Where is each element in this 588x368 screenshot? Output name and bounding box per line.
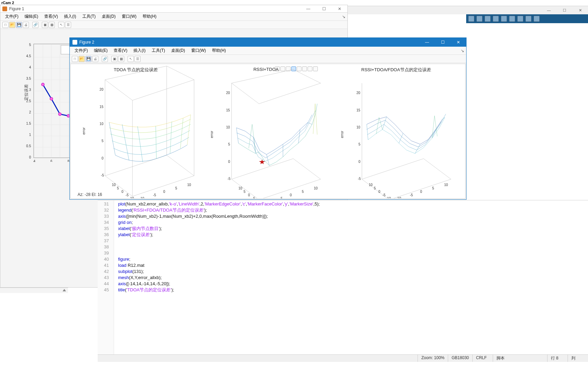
figure2-window[interactable]: Figure 2 — ☐ ✕ 文件(F) 编辑(E) 查看(V) 插入(I) 工… bbox=[69, 37, 467, 200]
menu-file[interactable]: 文件(F) bbox=[72, 47, 91, 54]
open-icon[interactable]: 📂 bbox=[79, 56, 85, 62]
menu-view[interactable]: 查看(V) bbox=[111, 47, 130, 54]
new-icon[interactable]: □ bbox=[72, 56, 78, 62]
svg-point-29 bbox=[50, 97, 53, 100]
menu-help[interactable]: 帮助(H) bbox=[209, 47, 229, 54]
print-icon[interactable]: 🖨 bbox=[23, 22, 29, 28]
figure2-close-button[interactable]: ✕ bbox=[451, 38, 466, 47]
svg-text:10: 10 bbox=[356, 125, 360, 129]
menu-window[interactable]: 窗口(W) bbox=[119, 13, 139, 20]
maximize-button[interactable]: ☐ bbox=[557, 6, 572, 14]
menu-view[interactable]: 查看(V) bbox=[42, 13, 61, 20]
status-lineending[interactable]: CRLF bbox=[472, 355, 493, 362]
minimize-button[interactable]: — bbox=[541, 6, 557, 14]
copy-icon[interactable] bbox=[485, 16, 491, 22]
figure1-plot[interactable]: 0 0.5 1 1.5 2 2.5 3 3.5 4 4.5 5 4 6 8 bbox=[24, 39, 72, 162]
code-editor[interactable]: 313233343536373839404142434445 plot(Num_… bbox=[98, 200, 588, 356]
switch-icon[interactable] bbox=[509, 16, 515, 22]
main-blue-toolbar bbox=[466, 14, 588, 23]
svg-text:-5: -5 bbox=[126, 193, 129, 197]
figure2-toolbar: □ 📂 💾 🖨 🔗 ▣ ▦ ↖ ☰ bbox=[70, 55, 466, 63]
figure1-close-button[interactable]: ✕ bbox=[332, 5, 347, 13]
svg-text:6: 6 bbox=[50, 159, 52, 162]
menu-insert[interactable]: 插入(I) bbox=[131, 47, 148, 54]
status-zoom[interactable]: Zoom: 100% bbox=[418, 355, 448, 362]
menu-tools[interactable]: 工具(T) bbox=[80, 13, 98, 20]
print-icon[interactable]: 🖨 bbox=[92, 56, 98, 62]
svg-text:10: 10 bbox=[239, 186, 243, 190]
search-icon[interactable] bbox=[534, 16, 540, 22]
figure1-menu-bar: 文件(F) 编辑(E) 查看(V) 插入(I) 工具(T) 桌面(D) 窗口(W… bbox=[0, 13, 347, 21]
link-icon[interactable]: 🔗 bbox=[102, 56, 108, 62]
svg-text:5: 5 bbox=[228, 142, 230, 146]
menu-edit[interactable]: 编辑(E) bbox=[91, 47, 110, 54]
menu-overflow-icon[interactable]: ↘ bbox=[342, 14, 347, 19]
pointer-icon[interactable]: ↖ bbox=[58, 22, 64, 28]
svg-text:-5: -5 bbox=[153, 193, 156, 197]
figure1-minimize-button[interactable]: — bbox=[300, 5, 316, 13]
help-icon[interactable] bbox=[525, 16, 532, 22]
close-button[interactable]: ✕ bbox=[572, 6, 588, 14]
pointer-icon[interactable]: ↖ bbox=[128, 56, 134, 62]
editor-gutter: 313233343536373839404142434445 bbox=[98, 200, 114, 356]
menu-desktop[interactable]: 桌面(D) bbox=[168, 47, 188, 54]
svg-text:0: 0 bbox=[420, 190, 422, 194]
svg-text:10: 10 bbox=[100, 122, 104, 126]
panel-collapse-handle[interactable] bbox=[0, 288, 68, 293]
svg-text:-10: -10 bbox=[129, 197, 134, 198]
link-icon[interactable]: 🔗 bbox=[32, 22, 38, 28]
svg-text:0: 0 bbox=[163, 190, 165, 194]
layout-icon[interactable] bbox=[517, 16, 523, 22]
svg-text:5: 5 bbox=[29, 43, 31, 47]
layout-icon[interactable]: ▦ bbox=[49, 22, 55, 28]
undo-icon[interactable] bbox=[501, 16, 507, 22]
figure2-minimize-button[interactable]: — bbox=[419, 38, 435, 47]
subplot-2[interactable]: RSSI+TDOA -50 510 1520 error bbox=[201, 64, 331, 198]
list-icon[interactable]: ☰ bbox=[134, 56, 141, 62]
matlab-icon bbox=[2, 6, 7, 11]
svg-text:15: 15 bbox=[226, 108, 230, 112]
svg-text:3: 3 bbox=[29, 88, 31, 92]
svg-text:0.5: 0.5 bbox=[26, 144, 31, 148]
svg-text:-5: -5 bbox=[252, 197, 255, 198]
menu-overflow-icon[interactable]: ↘ bbox=[461, 48, 466, 53]
menu-edit[interactable]: 编辑(E) bbox=[22, 13, 41, 20]
svg-text:1.5: 1.5 bbox=[26, 122, 31, 125]
dock-icon[interactable]: ▣ bbox=[42, 22, 48, 28]
paste-icon[interactable] bbox=[493, 16, 499, 22]
new-icon[interactable]: □ bbox=[2, 22, 9, 28]
svg-text:5: 5 bbox=[374, 186, 376, 190]
svg-text:0: 0 bbox=[29, 155, 31, 159]
menu-help[interactable]: 帮助(H) bbox=[140, 13, 159, 20]
status-encoding[interactable]: GB18030 bbox=[448, 355, 472, 362]
svg-text:error: error bbox=[340, 131, 344, 138]
cut-icon[interactable] bbox=[476, 16, 483, 22]
svg-text:20: 20 bbox=[356, 91, 360, 95]
save-icon[interactable]: 💾 bbox=[85, 56, 92, 62]
subplot-3[interactable]: RSSI+TDOA/FDOA节点的定位误差 -50 510 1520 error bbox=[331, 64, 461, 198]
status-bar: Zoom: 100% GB18030 CRLF 脚本 行 8 列 bbox=[98, 354, 588, 362]
svg-text:15: 15 bbox=[100, 105, 104, 109]
open-icon[interactable]: 📂 bbox=[9, 22, 15, 28]
save-icon[interactable] bbox=[468, 16, 474, 22]
svg-text:0: 0 bbox=[290, 193, 292, 197]
figure1-ylabel: 定位误差 bbox=[24, 84, 29, 101]
status-filetype[interactable]: 脚本 bbox=[493, 355, 547, 362]
menu-insert[interactable]: 插入(I) bbox=[61, 13, 79, 20]
subplot-1[interactable]: TDOA 节点的定位误差 -50 510 bbox=[71, 64, 201, 198]
svg-text:5: 5 bbox=[244, 190, 246, 194]
menu-tools[interactable]: 工具(T) bbox=[149, 47, 168, 54]
menu-file[interactable]: 文件(F) bbox=[2, 13, 21, 20]
layout-icon[interactable]: ▦ bbox=[118, 56, 124, 62]
dock-icon[interactable]: ▣ bbox=[111, 56, 117, 62]
list-icon[interactable]: ☰ bbox=[65, 22, 71, 28]
figure2-maximize-button[interactable]: ☐ bbox=[435, 38, 451, 47]
menu-window[interactable]: 窗口(W) bbox=[189, 47, 209, 54]
save-icon[interactable]: 💾 bbox=[16, 22, 22, 28]
svg-text:5: 5 bbox=[432, 186, 434, 190]
figure1-maximize-button[interactable]: ☐ bbox=[316, 5, 332, 13]
editor-code[interactable]: plot(Num_xb2,error_allxb,'k-o','LineWidt… bbox=[114, 200, 320, 356]
menu-desktop[interactable]: 桌面(D) bbox=[99, 13, 118, 20]
svg-text:20: 20 bbox=[226, 91, 230, 95]
svg-text:error: error bbox=[210, 131, 214, 138]
